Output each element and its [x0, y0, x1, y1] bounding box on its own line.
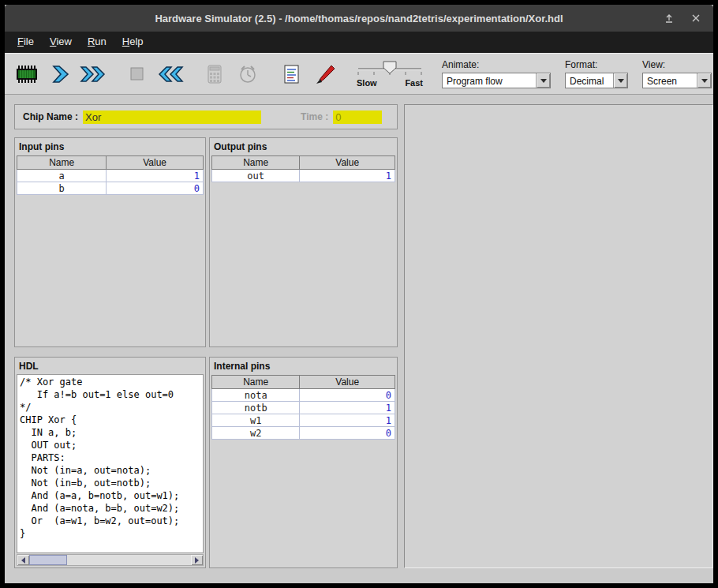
paint-button[interactable] [311, 58, 339, 90]
clock-icon [237, 63, 259, 85]
run-icon [79, 63, 107, 85]
column-header-name: Name [212, 156, 300, 170]
code-line: Not (in=b, out=notb); [20, 477, 203, 489]
speed-slider[interactable] [357, 60, 423, 77]
animate-value: Program flow [443, 73, 536, 88]
stop-icon [128, 65, 147, 84]
code-line: } [20, 527, 203, 540]
maximize-icon [664, 13, 675, 24]
code-line: */ [20, 401, 203, 414]
animate-combobox[interactable]: Program flow [442, 73, 551, 88]
table-row[interactable]: a 1 [17, 170, 204, 182]
chip-name-input[interactable] [83, 110, 261, 124]
chip-icon [13, 63, 41, 85]
menu-item[interactable]: File [9, 32, 42, 53]
close-button[interactable] [690, 12, 702, 24]
code-line: PARTS: [20, 451, 203, 464]
output-pins-table: Name Value out 1 [211, 155, 395, 182]
view-label: View: [642, 59, 712, 70]
code-line: /* Xor gate [20, 376, 203, 388]
view-value: Screen [643, 73, 697, 88]
pin-value: 0 [300, 389, 395, 402]
single-step-button[interactable] [46, 58, 74, 90]
hdl-horizontal-scrollbar[interactable] [17, 554, 204, 566]
animate-group: Animate: Program flow [442, 59, 551, 88]
reset-icon [156, 63, 185, 85]
scroll-left-button[interactable] [17, 555, 29, 565]
code-line: OUT out; [20, 439, 203, 451]
internal-pins-panel: Internal pins Name Value nota 0 [209, 357, 398, 568]
menu-item[interactable]: Help [114, 32, 151, 53]
slow-label: Slow [357, 78, 377, 88]
stop-button[interactable] [123, 58, 151, 90]
view-combobox[interactable]: Screen [642, 73, 712, 88]
code-line: Not (in=a, out=nota); [20, 464, 203, 477]
pin-name: notb [212, 402, 300, 414]
format-combobox[interactable]: Decimal [565, 73, 628, 88]
window-controls [663, 5, 702, 32]
table-row[interactable]: b 0 [17, 182, 204, 195]
menu-item-label: Run [88, 36, 107, 47]
menu-item[interactable]: View [42, 32, 80, 53]
pin-value: 1 [300, 402, 395, 414]
internal-pins-title: Internal pins [210, 358, 397, 374]
pin-value[interactable]: 0 [107, 182, 204, 195]
animate-label: Animate: [442, 59, 551, 70]
menu-item[interactable]: Run [80, 32, 114, 53]
code-line: Or (a=w1, b=w2, out=out); [20, 515, 203, 527]
pin-name: nota [212, 389, 300, 402]
view-dropdown-button[interactable] [697, 73, 711, 88]
menu-item-label: View [50, 36, 72, 47]
column-header-value: Value [107, 156, 204, 170]
menubar: File View Run Help [5, 32, 713, 53]
scrollbar-thumb[interactable] [29, 555, 67, 565]
load-chip-button[interactable] [13, 58, 41, 90]
format-label: Format: [565, 59, 628, 70]
column-header-name: Name [17, 156, 107, 170]
time-input [333, 110, 382, 124]
reset-button[interactable] [156, 58, 185, 90]
calculator-icon [204, 63, 225, 85]
view-hdl-button[interactable] [278, 58, 306, 90]
menu-item-label: Help [122, 36, 144, 47]
table-row[interactable]: w1 1 [212, 414, 395, 427]
script-icon [282, 63, 302, 85]
table-row[interactable]: out 1 [212, 170, 395, 182]
chip-name-bar: Chip Name : Time : [14, 104, 398, 129]
table-row[interactable]: nota 0 [212, 389, 395, 402]
titlebar[interactable]: Hardware Simulator (2.5) - /home/thomas/… [5, 5, 713, 32]
animate-dropdown-button[interactable] [536, 73, 550, 88]
hdl-title: HDL [15, 358, 205, 374]
screen-view-panel [404, 104, 713, 568]
table-row[interactable]: w2 0 [212, 427, 395, 440]
pin-name: a [17, 170, 107, 182]
speed-slider-group: Slow Fast [357, 60, 423, 88]
input-pins-title: Input pins [15, 138, 205, 155]
run-button[interactable] [79, 58, 107, 90]
menu-item-label: File [17, 36, 34, 47]
code-line: And (a=a, b=notb, out=w1); [20, 489, 203, 502]
breakpoints-button[interactable] [200, 58, 229, 90]
slider-thumb[interactable] [383, 62, 396, 73]
code-line: And (a=nota, b=b, out=w2); [20, 502, 203, 515]
format-dropdown-button[interactable] [613, 73, 627, 88]
code-line: IN a, b; [20, 426, 203, 439]
triangle-right-icon [195, 557, 199, 564]
column-header-value: Value [300, 156, 395, 170]
clock-button[interactable] [234, 58, 262, 90]
input-pins-panel: Input pins Name Value a 1 [14, 137, 206, 347]
pin-name: w2 [212, 427, 300, 440]
pin-value: 0 [300, 427, 395, 440]
pin-value[interactable]: 1 [107, 170, 204, 182]
maximize-button[interactable] [663, 12, 675, 24]
format-value: Decimal [566, 73, 613, 88]
scroll-right-button[interactable] [191, 555, 203, 565]
single-step-icon [48, 63, 72, 85]
scrollbar-track[interactable] [29, 555, 191, 565]
hdl-panel: HDL /* Xor gate If a!=b out=1 else out=0… [14, 357, 206, 568]
output-pins-title: Output pins [210, 138, 397, 155]
table-row[interactable]: notb 1 [212, 402, 395, 414]
hdl-code-view: /* Xor gate If a!=b out=1 else out=0 */ … [17, 374, 204, 553]
pin-name: b [17, 182, 107, 195]
code-line: CHIP Xor { [20, 414, 203, 426]
